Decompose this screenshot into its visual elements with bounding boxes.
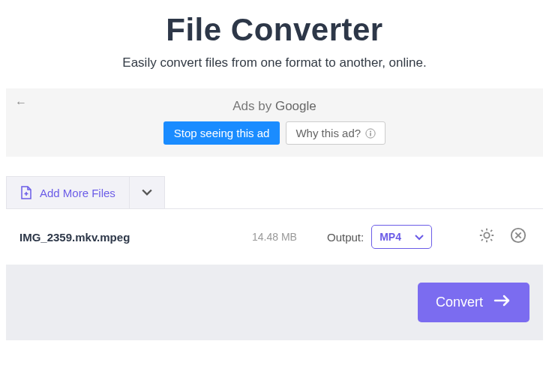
page-subtitle: Easily convert files from one format to … [0, 55, 549, 70]
svg-rect-2 [370, 133, 370, 136]
why-ad-label: Why this ad? [296, 127, 361, 139]
add-more-files-label: Add More Files [40, 187, 116, 199]
convert-button[interactable]: Convert [418, 283, 530, 322]
gear-icon [478, 227, 495, 247]
close-icon [510, 227, 526, 247]
back-arrow-icon[interactable]: ← [15, 96, 27, 109]
file-name: IMG_2359.mkv.mpeg [20, 231, 252, 244]
page-title: File Converter [0, 12, 549, 48]
remove-file-button[interactable] [507, 224, 530, 250]
header: File Converter Easily convert files from… [0, 0, 549, 88]
add-files-dropdown-button[interactable] [130, 176, 165, 208]
google-logo-text: Google [275, 99, 316, 113]
footer-bar: Convert [6, 265, 543, 340]
file-row: IMG_2359.mkv.mpeg 14.48 MB Output: MP4 [6, 208, 543, 265]
toolbar: Add More Files [6, 176, 543, 208]
chevron-down-icon [142, 186, 152, 199]
output-format-select[interactable]: MP4 [371, 225, 432, 249]
ads-by-label: Ads by Google [15, 99, 534, 114]
why-ad-button[interactable]: Why this ad? [286, 121, 386, 145]
svg-point-1 [370, 130, 371, 132]
ad-buttons-row: Stop seeing this ad Why this ad? [15, 121, 534, 145]
file-size: 14.48 MB [252, 231, 312, 243]
convert-label: Convert [436, 295, 483, 310]
add-more-files-button[interactable]: Add More Files [6, 176, 130, 208]
output-format-value: MP4 [380, 231, 401, 243]
chevron-down-icon [415, 230, 424, 244]
info-icon [365, 128, 376, 139]
settings-button[interactable] [476, 224, 498, 250]
output-label: Output: [327, 231, 364, 244]
arrow-right-icon [494, 295, 512, 310]
ads-by-text: Ads by [232, 99, 275, 113]
ad-banner: ← Ads by Google Stop seeing this ad Why … [6, 88, 543, 157]
add-file-icon [20, 186, 32, 199]
stop-ad-button[interactable]: Stop seeing this ad [164, 121, 280, 145]
